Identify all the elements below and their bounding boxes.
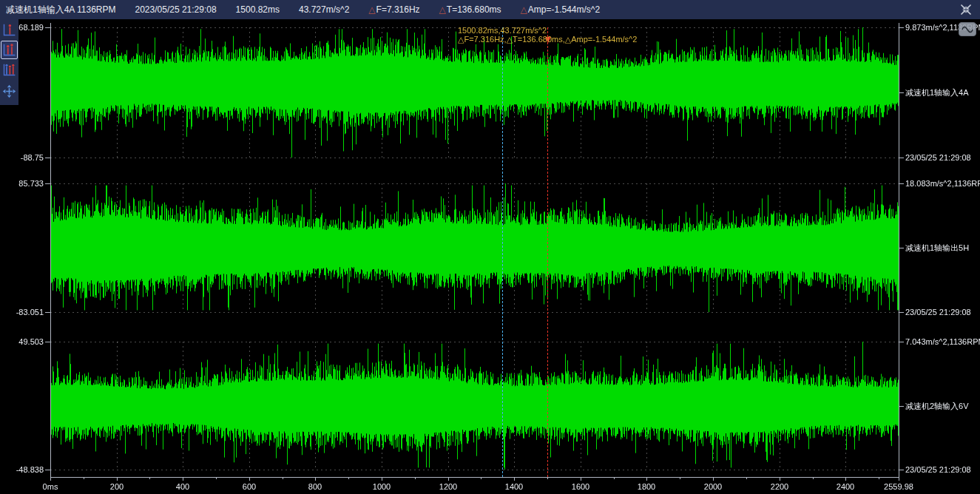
x-axis-label: 800 [308,482,322,491]
delta-symbol: △ [439,4,446,15]
titlebar-cursor-amplitude: 43.727m/s^2 [299,4,349,15]
x-axis-label: 0ms [43,482,58,491]
titlebar-delta-amp: △Amp=-1.544m/s^2 [521,4,601,15]
sine-wave-icon [962,25,973,34]
pan-move-icon [2,84,16,98]
main-cursor-line[interactable] [547,27,548,477]
collapse-arrows-icon [959,3,973,16]
right-label-rms: 7.043m/s^2,1136RPM [905,337,980,346]
right-label-timestamp: 23/05/25 21:29:08 [905,308,971,317]
right-label-rms: 18.083m/s^2,1136RPM [905,179,980,188]
x-axis-label: 400 [176,482,189,491]
dual-cursor-icon [1,42,17,58]
x-axis-label: 1200 [439,482,457,491]
dual-cursor-tool-button[interactable] [1,41,18,59]
x-axis-label: 1600 [572,482,589,491]
delta-amp-value: Amp=-1.544m/s^2 [528,4,600,15]
left-toolbar [0,19,18,105]
delta-symbol: △ [521,4,527,15]
collapse-window-button[interactable] [958,1,974,18]
waveform-plot[interactable] [0,0,980,494]
x-axis-label: 2559.98 [884,482,913,491]
y-axis-max-label: 49.503 [18,337,44,346]
harmonic-cursor-icon [1,62,17,78]
y-axis-min-label: -48.838 [16,465,44,474]
y-axis-max-label: 68.189 [18,23,44,32]
x-axis-label: 2200 [771,482,788,491]
waveform-type-button[interactable] [959,22,976,36]
titlebar-channel-title: 减速机1轴输入4A 1136RPM [6,4,116,16]
delta-t-value: T=136.680ms [447,4,501,15]
reference-cursor-line[interactable] [502,27,503,477]
annotation-line1: 1500.82ms,43.727m/s^2 [458,26,637,35]
x-axis-label: 1800 [638,482,655,491]
right-label-channel-name: 减速机1轴输出5H [905,243,969,254]
cursor-annotation: 1500.82ms,43.727m/s^2 △F=7.316Hz,△T=136.… [458,26,637,44]
y-axis-max-label: 85.733 [18,179,44,188]
right-label-timestamp: 23/05/25 21:29:08 [905,465,971,474]
single-cursor-icon [1,22,17,38]
titlebar-delta-f: △F=7.316Hz [368,4,419,15]
x-axis-label: 600 [243,482,256,491]
harmonic-cursor-tool-button[interactable] [1,61,18,79]
titlebar: 减速机1轴输入4A 1136RPM 2023/05/25 21:29:08 15… [0,0,980,19]
x-axis-label: 2400 [837,482,854,491]
y-axis-min-label: -88.75 [21,153,44,162]
delta-symbol: △ [368,4,375,15]
titlebar-datetime: 2023/05/25 21:29:08 [135,4,217,15]
delta-f-value: F=7.316Hz [376,4,420,15]
single-cursor-tool-button[interactable] [1,21,18,39]
annotation-line2: △F=7.316Hz,△T=136.680ms,△Amp=-1.544m/s^2 [458,35,637,44]
x-axis-label: 2000 [704,482,722,491]
x-axis-label: 1000 [373,482,391,491]
right-label-channel-name: 减速机2轴输入6V [905,401,969,412]
titlebar-delta-t: △T=136.680ms [439,4,501,15]
y-axis-min-label: -83.051 [16,308,44,317]
pan-tool-button[interactable] [1,82,18,101]
titlebar-cursor-time: 1500.82ms [236,4,280,15]
x-axis-label: 1400 [505,482,523,491]
right-label-timestamp: 23/05/25 21:29:08 [905,153,971,162]
x-axis-label: 200 [110,482,124,491]
right-label-channel-name: 减速机1轴输入4A [905,87,969,98]
